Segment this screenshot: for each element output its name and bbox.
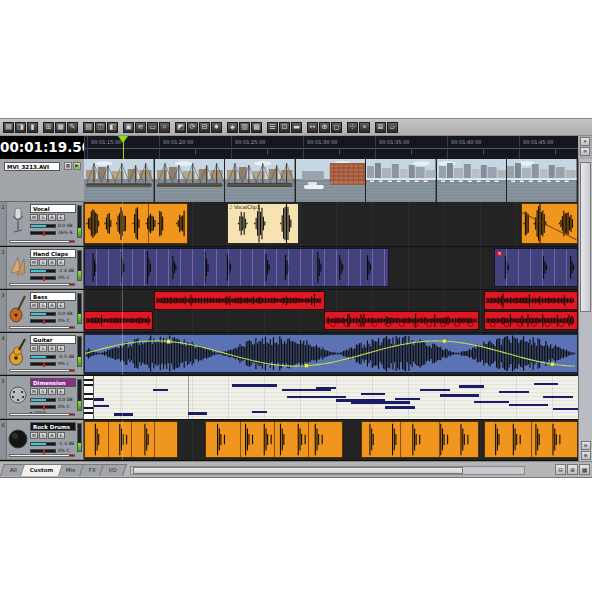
video-frame[interactable] — [296, 159, 367, 202]
horizontal-scrollbar-thumb[interactable] — [133, 467, 463, 474]
loop-button[interactable]: ⟳ — [187, 122, 198, 133]
audio-clip[interactable] — [84, 203, 188, 244]
record-arm-button[interactable]: R — [48, 302, 56, 309]
loop-browser-button[interactable]: ▬ — [291, 122, 302, 133]
track-name[interactable]: Bass — [30, 292, 76, 301]
draw-tool-button[interactable]: ✎ — [67, 122, 78, 133]
input-echo-button[interactable]: E — [57, 214, 65, 221]
midi-note[interactable] — [440, 394, 480, 397]
solo-button[interactable]: S — [39, 432, 47, 439]
zoom-in-button[interactable]: ⊕ — [567, 464, 578, 475]
solo-button[interactable]: S — [39, 214, 47, 221]
audio-clip[interactable]: R — [494, 248, 578, 287]
ruler-lock-button[interactable]: ≡ — [580, 147, 590, 156]
audio-clip[interactable] — [84, 248, 389, 287]
midi-note[interactable] — [188, 412, 208, 415]
input-echo-button[interactable]: E — [57, 345, 65, 352]
metronome-button[interactable]: ◈ — [227, 122, 238, 133]
volume-slider[interactable] — [30, 398, 56, 402]
audio-clip[interactable] — [84, 421, 178, 458]
audio-clip[interactable] — [84, 311, 153, 330]
timeline-ruler[interactable]: 00:01:15:0000:01:20:0000:01:25:0000:01:3… — [84, 136, 579, 159]
midi-note[interactable] — [499, 391, 529, 394]
mix-button[interactable]: ⊞ — [43, 122, 54, 133]
pause-button[interactable]: ▮ — [27, 122, 38, 133]
plugin-button[interactable]: ⊕ — [319, 122, 330, 133]
midi-note[interactable] — [395, 398, 420, 401]
audio-clip[interactable] — [361, 421, 480, 458]
file-button[interactable]: ▤ — [3, 122, 14, 133]
track-lane[interactable] — [84, 376, 578, 419]
record-arm-button[interactable]: R — [48, 388, 56, 395]
video-thumbnails[interactable] — [84, 159, 578, 202]
midi-note[interactable] — [232, 384, 276, 387]
mute-button[interactable]: M — [30, 214, 38, 221]
video-enable-button[interactable]: ▶ — [73, 162, 81, 170]
track-lane[interactable] — [84, 290, 578, 332]
ruler-options-button[interactable]: ▾ — [580, 137, 590, 146]
split-tool-button[interactable]: ◫ — [95, 122, 106, 133]
audio-clip[interactable] — [521, 203, 578, 244]
tab-custom[interactable]: Custom — [20, 464, 63, 476]
input-echo-button[interactable]: E — [57, 302, 65, 309]
midi-note[interactable] — [474, 401, 509, 404]
video-frame[interactable] — [507, 159, 578, 202]
volume-slider[interactable] — [30, 312, 56, 316]
audiosnap-button[interactable]: ◩ — [175, 122, 186, 133]
solo-button[interactable]: S — [39, 259, 47, 266]
midi-note[interactable] — [534, 383, 559, 386]
staff-view-button[interactable]: ⊡ — [279, 122, 290, 133]
video-view-button[interactable]: ◨ — [15, 122, 26, 133]
console-view-button[interactable]: ▥ — [239, 122, 250, 133]
mute-button[interactable]: M — [30, 259, 38, 266]
audio-clip[interactable] — [484, 291, 578, 310]
audio-clip[interactable] — [154, 291, 324, 310]
mute-button[interactable]: M — [30, 302, 38, 309]
marker-button[interactable]: ♦ — [211, 122, 222, 133]
erase-tool-button[interactable]: ▧ — [83, 122, 94, 133]
video-frame[interactable] — [155, 159, 226, 202]
track-lane[interactable] — [84, 420, 578, 460]
record-arm-button[interactable]: R — [48, 259, 56, 266]
midi-note[interactable] — [385, 406, 415, 409]
audio-clip[interactable] — [324, 311, 480, 330]
track-lane[interactable] — [84, 333, 578, 375]
track-name[interactable]: Vocal — [30, 204, 76, 213]
v-zoom-in-button[interactable]: ⊕ — [581, 451, 591, 460]
vertical-scrollbar[interactable]: ⊖⊕ — [578, 159, 592, 461]
audio-clip[interactable] — [84, 334, 578, 373]
event-list-button[interactable]: ☰ — [267, 122, 278, 133]
layout-button[interactable]: ⊠ — [375, 122, 386, 133]
solo-button[interactable]: S — [39, 302, 47, 309]
mute-button[interactable]: M — [30, 388, 38, 395]
input-echo-button[interactable]: E — [57, 432, 65, 439]
mute-button[interactable]: M — [30, 432, 38, 439]
pan-slider[interactable] — [30, 231, 56, 235]
pan-slider[interactable] — [30, 319, 56, 323]
audio-clip[interactable]: ♪ VocalClip1 — [227, 203, 299, 244]
input-echo-button[interactable]: E — [57, 388, 65, 395]
volume-slider[interactable] — [30, 269, 56, 273]
vertical-scrollbar-thumb[interactable] — [580, 162, 591, 312]
midi-note[interactable] — [282, 389, 331, 392]
video-frame[interactable] — [225, 159, 296, 202]
audio-clip[interactable] — [484, 421, 578, 458]
edit-tool-button[interactable]: ▦ — [55, 122, 66, 133]
track-lane[interactable]: ♪ VocalClip1 — [84, 202, 578, 246]
select-tool-button[interactable]: ▣ — [123, 122, 134, 133]
midi-note[interactable] — [553, 408, 578, 411]
mute-button[interactable]: M — [30, 345, 38, 352]
video-frame[interactable] — [437, 159, 508, 202]
pan-slider[interactable] — [30, 405, 56, 409]
pan-slider[interactable] — [30, 362, 56, 366]
punch-button[interactable]: ⊟ — [199, 122, 210, 133]
midi-note[interactable] — [252, 411, 267, 414]
pattern-tool-button[interactable]: ▭ — [147, 122, 158, 133]
zoom-out-button[interactable]: ⌖ — [359, 122, 370, 133]
video-mute-button[interactable]: ▦ — [64, 162, 72, 170]
midi-note[interactable] — [509, 404, 549, 407]
pan-slider[interactable] — [30, 449, 56, 453]
track-name[interactable]: Rock Drums — [30, 422, 76, 431]
track-name[interactable]: Guitar — [30, 335, 76, 344]
midi-note[interactable] — [361, 393, 386, 396]
